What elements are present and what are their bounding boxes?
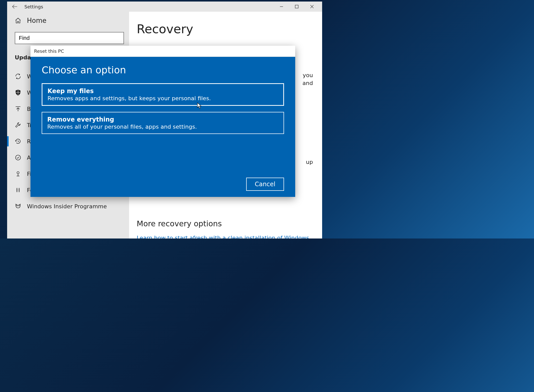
reset-pc-dialog: Reset this PC Choose an option Keep my f… xyxy=(30,46,295,197)
window-title: Settings xyxy=(24,4,43,9)
option-title: Keep my files xyxy=(48,88,278,95)
page-title: Recovery xyxy=(137,22,315,36)
wrench-icon xyxy=(15,122,22,128)
sidebar-item-label: Windows Insider Programme xyxy=(27,203,107,210)
sync-icon xyxy=(15,73,22,80)
option-title: Remove everything xyxy=(47,116,278,123)
dialog-body: Choose an option Keep my files Removes a… xyxy=(30,57,295,197)
maximize-icon xyxy=(295,5,299,8)
back-button[interactable] xyxy=(10,2,20,12)
arrow-left-icon xyxy=(12,5,17,9)
dialog-heading: Choose an option xyxy=(42,64,284,76)
location-icon xyxy=(15,171,22,177)
minimize-button[interactable] xyxy=(274,2,289,12)
developer-icon xyxy=(15,187,22,193)
option-keep-my-files[interactable]: Keep my files Removes apps and settings,… xyxy=(42,83,284,106)
window-controls xyxy=(274,2,320,12)
history-icon xyxy=(15,138,22,145)
option-description: Removes all of your personal files, apps… xyxy=(47,124,278,130)
titlebar: Settings xyxy=(7,2,322,12)
sidebar-home-label: Home xyxy=(27,17,46,24)
backup-icon xyxy=(15,106,22,112)
sidebar-item-insider[interactable]: Windows Insider Programme xyxy=(15,198,121,214)
cancel-button[interactable]: Cancel xyxy=(246,178,284,191)
ninja-cat-icon xyxy=(15,203,22,210)
home-icon xyxy=(15,17,22,24)
search-input[interactable] xyxy=(15,32,124,44)
svg-rect-1 xyxy=(295,5,298,8)
option-remove-everything[interactable]: Remove everything Removes all of your pe… xyxy=(42,112,284,134)
clean-install-link[interactable]: Learn how to start afresh with a clean i… xyxy=(137,235,315,238)
close-button[interactable] xyxy=(304,2,320,12)
sidebar-home[interactable]: Home xyxy=(15,17,121,24)
dialog-title: Reset this PC xyxy=(30,46,295,57)
svg-point-4 xyxy=(17,206,18,207)
check-circle-icon xyxy=(15,154,22,161)
shield-icon xyxy=(15,89,22,96)
svg-point-3 xyxy=(17,172,19,174)
maximize-button[interactable] xyxy=(289,2,304,12)
svg-point-2 xyxy=(15,155,21,160)
close-icon xyxy=(310,5,314,8)
svg-point-5 xyxy=(19,206,19,207)
minimize-icon xyxy=(280,5,283,8)
more-recovery-heading: More recovery options xyxy=(137,219,315,228)
option-description: Removes apps and settings, but keeps you… xyxy=(48,95,278,101)
